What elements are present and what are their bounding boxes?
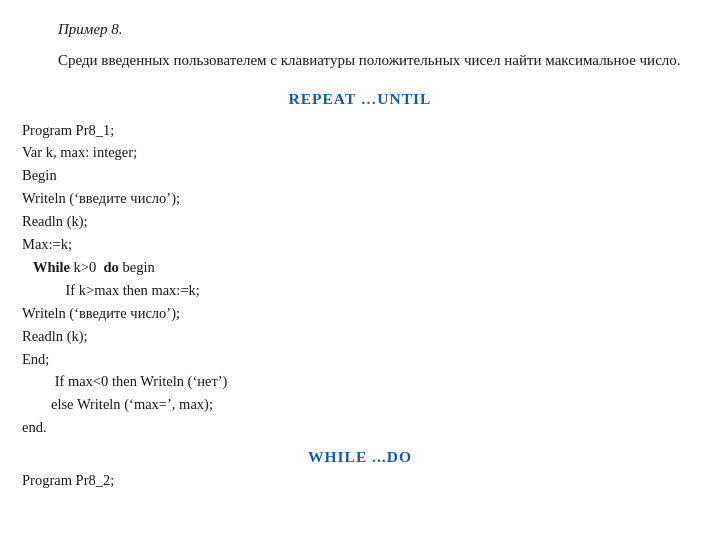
example-title-text: Пример 8. [58, 21, 123, 37]
code-line-pr82: Program Pr8_2; [22, 469, 698, 492]
while-do-label: WHILE ...DO [308, 448, 412, 465]
while-do-heading: WHILE ...DO [22, 445, 698, 469]
description-text: Среди введенных пользователем с клавиату… [58, 52, 681, 68]
description: Среди введенных пользователем с клавиату… [22, 49, 698, 72]
code-block-while: Program Pr8_2; [22, 469, 698, 492]
code-line-12: If max<0 then Writeln (‘нет’) [22, 370, 698, 393]
code-line-13: else Writeln (‘max=’, max); [22, 393, 698, 416]
code-line-6: Max:=k; [22, 233, 698, 256]
page-content: Пример 8. Среди введенных пользователем … [0, 0, 720, 512]
code-line-11: End; [22, 348, 698, 371]
while-keyword: While [33, 259, 70, 275]
code-line-8: If k>max then max:=k; [22, 279, 698, 302]
code-line-10: Readln (k); [22, 325, 698, 348]
code-line-5: Readln (k); [22, 210, 698, 233]
do-keyword: do [104, 259, 119, 275]
repeat-until-heading: REPEAT …UNTIL [22, 87, 698, 111]
code-line-3: Begin [22, 164, 698, 187]
repeat-until-label: REPEAT …UNTIL [289, 90, 432, 107]
code-line-4: Writeln (‘введите число’); [22, 187, 698, 210]
code-line-1: Program Pr8_1; [22, 119, 698, 142]
example-title: Пример 8. [22, 18, 698, 41]
code-line-9: Writeln (‘введите число’); [22, 302, 698, 325]
code-block-repeat: Program Pr8_1; Var k, max: integer; Begi… [22, 119, 698, 440]
code-line-7: While k>0 do begin [22, 256, 698, 279]
code-line-14: end. [22, 416, 698, 439]
code-line-2: Var k, max: integer; [22, 141, 698, 164]
